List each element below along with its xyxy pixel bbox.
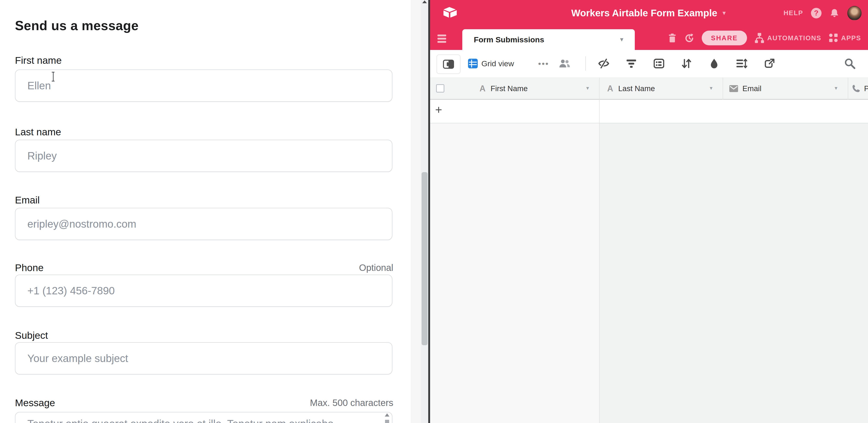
question-mark-icon[interactable]: ? [811, 8, 822, 19]
column-header-first-name[interactable]: A First Name [479, 78, 594, 99]
column-caret-icon[interactable]: ▼ [709, 86, 713, 91]
base-title-caret-icon[interactable]: ▼ [721, 10, 727, 16]
select-all-checkbox[interactable] [436, 84, 444, 92]
phone-optional-hint: Optional [359, 263, 393, 273]
first-name-input[interactable] [15, 69, 392, 102]
automations-button[interactable]: AUTOMATIONS [754, 33, 821, 43]
email-label: Email [15, 194, 40, 206]
hamburger-menu-icon[interactable] [437, 34, 446, 43]
search-icon[interactable] [844, 50, 856, 77]
message-label: Message [15, 397, 55, 408]
subject-field[interactable] [15, 342, 392, 374]
form-page-edge [411, 0, 421, 423]
field-subject: Subject [15, 330, 393, 342]
table-header-row: A First Name ▼ A Last Name ▼ Email ▼ [430, 78, 868, 100]
last-name-label: Last name [15, 126, 61, 138]
column-name: P [864, 84, 868, 93]
column-gridline [848, 78, 848, 100]
column-name: Last Name [618, 84, 655, 93]
column-name: Email [742, 84, 762, 93]
text-field-type-icon: A [479, 84, 486, 93]
history-icon[interactable] [684, 33, 694, 43]
table-tab-label: Form Submissions [474, 35, 544, 44]
notifications-bell-icon[interactable] [829, 8, 839, 18]
scrollbar-up-arrow-icon[interactable] [422, 0, 427, 3]
view-toolbar: Grid view ••• [430, 50, 868, 78]
page-scrollbar[interactable] [421, 0, 428, 423]
apps-grid-icon [829, 33, 838, 43]
airtable-pane: Workers Airtable Form Example ▼ HELP ? F… [430, 0, 868, 423]
base-title[interactable]: Workers Airtable Form Example [571, 8, 717, 19]
sidebar-toggle-button[interactable] [437, 55, 460, 74]
screenshot-root: Send us a message First name Last name E… [0, 0, 868, 423]
collaborators-icon[interactable] [559, 50, 570, 77]
column-header-email[interactable]: Email [729, 78, 826, 99]
view-more-icon[interactable]: ••• [538, 50, 549, 77]
share-view-button[interactable] [763, 57, 776, 70]
field-phone: Phone Optional [15, 262, 393, 274]
user-avatar[interactable] [847, 6, 862, 20]
form-title: Send us a message [15, 18, 139, 33]
message-textarea[interactable]: Tenetur optio quaerat expedite vero et i… [15, 412, 392, 423]
phone-label: Phone [15, 262, 43, 273]
grid-view-label: Grid view [482, 59, 514, 68]
grid-view-icon [468, 59, 478, 68]
help-button[interactable]: HELP [783, 9, 803, 17]
message-maxchars-hint: Max. 500 characters [310, 398, 393, 408]
phone-field-type-icon [852, 84, 860, 93]
page-scroll-thumb[interactable] [422, 172, 428, 345]
column-header-last-name[interactable]: A Last Name [607, 78, 704, 99]
column-name: First Name [491, 84, 528, 93]
text-field-type-icon: A [607, 84, 613, 93]
share-button[interactable]: SHARE [702, 31, 747, 46]
message-scrollbar[interactable] [384, 413, 390, 423]
color-button[interactable] [708, 57, 720, 70]
column-caret-icon[interactable]: ▼ [585, 86, 590, 91]
add-record-plus-icon[interactable]: + [435, 103, 442, 117]
window-splitter-handle[interactable] [428, 0, 430, 423]
subject-label: Subject [15, 330, 48, 341]
contact-form-pane: Send us a message First name Last name E… [0, 0, 411, 423]
message-scroll-thumb[interactable] [385, 420, 389, 423]
field-email: Email [15, 194, 393, 206]
frozen-column-gridline [599, 78, 599, 423]
column-caret-icon[interactable]: ▼ [834, 86, 838, 91]
field-first-name: First name [15, 55, 393, 67]
field-message: Message Max. 500 characters [15, 397, 393, 409]
group-button[interactable] [652, 57, 665, 70]
share-label: SHARE [711, 34, 738, 42]
row-height-button[interactable] [735, 57, 748, 70]
trash-icon[interactable] [668, 33, 677, 43]
grid-view-button[interactable]: Grid view [468, 50, 514, 77]
airtable-top-bar: Workers Airtable Form Example ▼ HELP ? [430, 0, 868, 26]
table-tab-caret-icon[interactable]: ▼ [619, 36, 624, 43]
last-name-input[interactable] [15, 140, 392, 172]
email-field-type-icon [729, 85, 738, 92]
sort-button[interactable] [680, 57, 693, 70]
table-tab-form-submissions[interactable]: Form Submissions ▼ [462, 29, 635, 50]
apps-label: APPS [841, 34, 861, 42]
text-cursor [51, 72, 55, 82]
add-record-row[interactable]: + [430, 100, 868, 123]
message-placeholder: Tenetur optio quaerat expedite vero et i… [27, 418, 334, 423]
toolbar-divider [585, 56, 586, 71]
email-field[interactable] [15, 208, 392, 240]
sidebar-toggle-icon [443, 60, 454, 69]
automations-flowchart-icon [754, 33, 765, 43]
empty-grid-area-right [599, 123, 868, 423]
scroll-up-arrow-icon[interactable] [385, 413, 390, 417]
field-last-name: Last name [15, 126, 393, 138]
column-gridline [723, 78, 723, 100]
automations-label: AUTOMATIONS [767, 34, 821, 42]
hide-fields-button[interactable] [597, 57, 610, 70]
filter-button[interactable] [625, 57, 638, 70]
airtable-logo-icon[interactable] [443, 6, 458, 19]
empty-grid-area-left [430, 123, 599, 423]
column-header-phone[interactable]: P [852, 78, 868, 99]
phone-field[interactable] [15, 275, 392, 307]
first-name-label: First name [15, 55, 62, 66]
apps-button[interactable]: APPS [829, 33, 861, 43]
